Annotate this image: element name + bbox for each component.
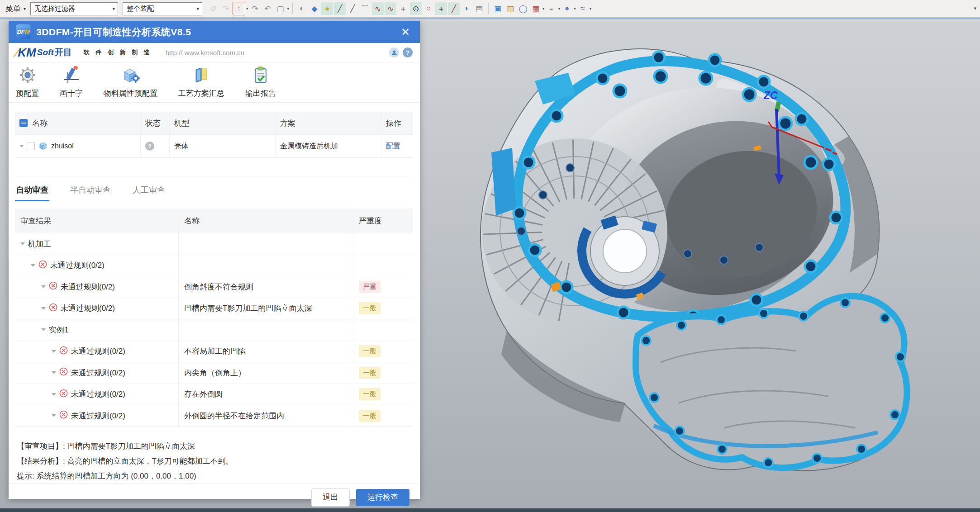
brand-url: http:// www.kmsoft.com.cn xyxy=(166,49,385,57)
col-action: 操作 xyxy=(386,118,401,128)
run-check-button[interactable]: 运行检查 xyxy=(356,489,409,506)
dialog-title-bar[interactable]: DFM 3DDFM-开目可制造性分析系统V8.5 ✕ xyxy=(9,21,420,43)
expand-caret-icon[interactable] xyxy=(19,145,24,147)
blue-cube-icon[interactable]: ● xyxy=(561,2,573,15)
pick-up-icon-caret[interactable]: ▾ xyxy=(246,6,248,11)
preconfig-button[interactable]: 预配置 xyxy=(13,64,42,100)
result-label: 未通过规则(0/2) xyxy=(50,260,105,270)
vector-icon[interactable]: ≈ xyxy=(577,2,589,15)
plus-icon[interactable]: ＋ xyxy=(435,2,447,15)
rotate-cw-icon[interactable]: ↷ xyxy=(249,2,261,15)
circle-center-icon[interactable]: ⊙ xyxy=(410,2,422,15)
selection-scope-dropdown[interactable]: 整个装配 ▾ xyxy=(123,2,202,15)
process-summary-button[interactable]: 工艺方案汇总 xyxy=(176,64,227,100)
severity-badge: 严重 xyxy=(359,281,381,293)
point-line-icon[interactable]: ╱ xyxy=(448,2,460,15)
toolbar-icon-strip: ↺↷↑▾↷↶▢▾◐◆∗╱╱⌒∿∿＋⊙○＋╱◗▤▣▥◯▦▾◒▾●▾≈▾ xyxy=(207,2,592,15)
dashed-circle-icon[interactable]: ○ xyxy=(423,2,434,15)
tab-manual-review[interactable]: 人工审查 xyxy=(132,183,166,201)
tree-caret-icon[interactable] xyxy=(52,393,56,396)
output-report-button[interactable]: 输出报告 xyxy=(243,64,279,100)
grid-icon[interactable]: ▦ xyxy=(530,2,542,15)
exit-button[interactable]: 退出 xyxy=(311,488,350,507)
help-icon[interactable]: ? xyxy=(403,47,413,57)
blue-cube-icon-caret[interactable]: ▾ xyxy=(574,6,576,11)
menu-button[interactable]: 菜单 ▾ xyxy=(0,0,30,17)
result-tree-row[interactable]: 实例1 xyxy=(15,319,413,341)
tree-caret-icon[interactable] xyxy=(31,264,35,267)
ellipse-icon[interactable]: ◯ xyxy=(517,2,529,15)
col-status: 状态 xyxy=(145,118,161,128)
tab-auto-review[interactable]: 自动审查 xyxy=(15,183,49,201)
tree-caret-icon[interactable] xyxy=(20,242,25,245)
books-icon xyxy=(192,66,210,86)
result-tree-row[interactable]: 机加工 xyxy=(15,233,413,255)
pencil-cross-icon xyxy=(62,66,81,86)
datum-axis-icon[interactable]: ＋ xyxy=(397,2,409,15)
user-icon[interactable] xyxy=(389,47,399,57)
rule-failed-icon xyxy=(59,367,68,378)
col-machine-type: 机型 xyxy=(174,118,190,128)
rule-failed-icon xyxy=(59,389,68,400)
dialog-icon[interactable]: ▥ xyxy=(504,2,516,15)
line-icon[interactable]: ╱ xyxy=(334,2,346,15)
marquee-select-icon-caret[interactable]: ▾ xyxy=(287,6,290,11)
select-all-checkbox[interactable] xyxy=(19,119,28,127)
kmsoft-logo: ⁄KM xyxy=(16,47,36,58)
sheet-icon[interactable]: ▤ xyxy=(473,2,485,15)
line2-icon[interactable]: ╱ xyxy=(347,2,358,15)
window-icon[interactable]: ▣ xyxy=(492,2,504,15)
severity-badge: 一般 xyxy=(359,345,381,357)
tree-caret-icon[interactable] xyxy=(52,371,56,374)
marquee-select-icon[interactable]: ▢ xyxy=(275,2,286,15)
col-severity: 严重度 xyxy=(359,216,382,226)
selection-filter-dropdown[interactable]: 无选择过滤器 ▾ xyxy=(30,2,118,15)
grid-icon-caret[interactable]: ▾ xyxy=(542,6,545,11)
col-review-result: 审查结果 xyxy=(20,216,51,226)
rotate-ccw-icon[interactable]: ↶ xyxy=(262,2,274,15)
tree-caret-icon[interactable] xyxy=(52,414,56,417)
configure-link[interactable]: 配置 xyxy=(386,142,400,151)
pick-up-icon[interactable]: ↑ xyxy=(233,2,245,15)
body-icon[interactable]: ◒ xyxy=(546,2,557,15)
part-cube-icon xyxy=(38,142,48,151)
brand-bar: ⁄KM Soft 开目 软 件 创 新 制 造 http:// www.kmso… xyxy=(9,43,420,62)
result-tree-row[interactable]: 未通过规则(0/2) 外倒圆的半径不在给定范围内 一般 xyxy=(15,405,413,427)
row-checkbox[interactable] xyxy=(27,142,35,150)
assembly-row[interactable]: zhuisol ? 壳体 金属模铸造后机加 配置 xyxy=(15,135,413,158)
3d-viewport[interactable]: ZC xyxy=(407,19,980,508)
arc-icon[interactable]: ⌒ xyxy=(359,2,371,15)
tree-caret-icon[interactable] xyxy=(41,328,46,331)
close-icon[interactable]: ✕ xyxy=(398,26,413,38)
gasket-flange xyxy=(636,296,907,468)
result-tree-row[interactable]: 未通过规则(0/2) 内尖角（倒角上） 一般 xyxy=(15,362,413,384)
result-tree-row[interactable]: 未通过规则(0/2) xyxy=(15,255,413,277)
detail-hint: 提示: 系统结算的凹槽加工方向为 (0.00，0.00，1.00) xyxy=(17,469,413,484)
dfm-logo: DFM xyxy=(16,24,31,39)
toolbar-overflow-caret[interactable]: ▾ xyxy=(974,5,976,11)
result-tree-row[interactable]: 未通过规则(0/2) 存在外倒圆 一般 xyxy=(15,384,413,406)
col-rule-name: 名称 xyxy=(184,216,200,226)
action-label: 工艺方案汇总 xyxy=(178,88,224,99)
draw-cross-button[interactable]: 画十字 xyxy=(57,64,86,100)
rule-failed-icon xyxy=(38,260,47,271)
tree-caret-icon[interactable] xyxy=(41,285,46,288)
spline-icon[interactable]: ∿ xyxy=(385,2,396,15)
tree-caret-icon[interactable] xyxy=(52,350,56,353)
material-preconfig-button[interactable]: 物料属性预配置 xyxy=(101,64,160,100)
tab-semi-auto-review[interactable]: 半自动审查 xyxy=(69,183,112,201)
tree-caret-icon[interactable] xyxy=(41,307,46,310)
body-icon-caret[interactable]: ▾ xyxy=(558,6,561,11)
polyline-icon[interactable]: ∿ xyxy=(372,2,384,15)
solid-cube-icon[interactable]: ◆ xyxy=(309,2,320,15)
vector-icon-caret[interactable]: ▾ xyxy=(590,6,592,11)
refresh-icon[interactable]: ↺ xyxy=(207,2,219,15)
point-set-icon[interactable]: ∗ xyxy=(321,2,333,15)
result-tree-row[interactable]: 未通过规则(0/2) 不容易加工的凹陷 一般 xyxy=(15,341,413,363)
detail-result-analysis: 【结果分析】: 高亮的凹槽的立面太深，T形刀可能都加工不到。 xyxy=(17,454,413,469)
result-tree-row[interactable]: 未通过规则(0/2) 倒角斜度不符合规则 严重 xyxy=(15,276,413,298)
sphere-icon[interactable]: ◐ xyxy=(296,2,308,15)
result-tree-row[interactable]: 未通过规则(0/2) 凹槽内需要T影刀加工的凹陷立面太深 一般 xyxy=(15,298,413,320)
face-icon[interactable]: ◗ xyxy=(461,2,472,15)
redo-icon[interactable]: ↷ xyxy=(220,2,232,15)
